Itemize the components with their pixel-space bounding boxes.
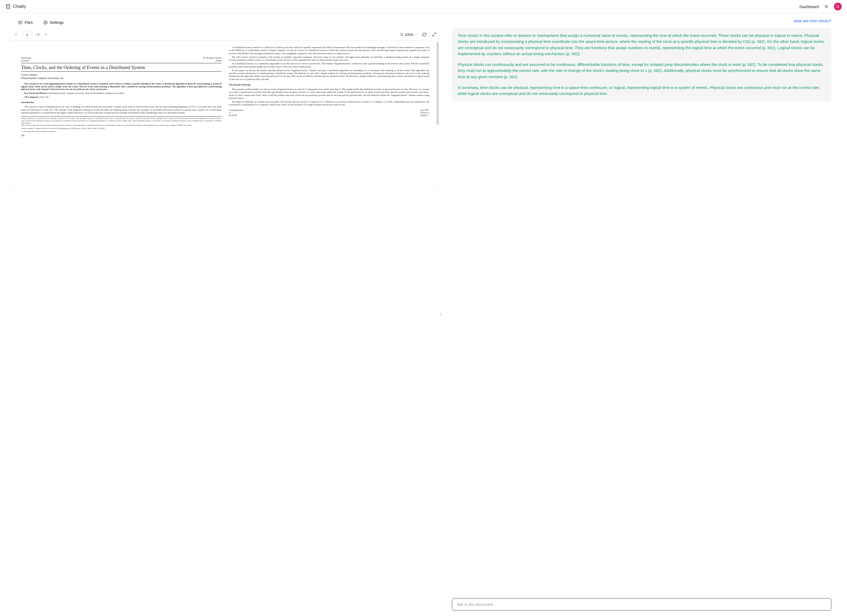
app-header: Chatty Dashboard G (0, 0, 847, 13)
body-paragraph: We begin by defining our system more pre… (229, 100, 429, 106)
assistant-paragraph: In summary, time clocks can be physical,… (458, 84, 826, 97)
chevron-up-icon (44, 32, 47, 36)
page-number: 558 (21, 134, 222, 137)
paper-cr-categories: CR Categories: 4.32, 5.29 (21, 96, 222, 99)
scrollbar-thumb[interactable] (437, 42, 439, 125)
footnote-address: Author's address: Computer Science Labor… (21, 127, 222, 130)
refresh-button[interactable] (421, 31, 427, 38)
avatar-initial: G (837, 4, 840, 9)
tab-bar: Files Settings (10, 13, 440, 29)
paper-abstract: The concept of one event happening befor… (21, 82, 222, 91)
right-pane: what are time clocks? Time clocks in thi… (441, 13, 837, 616)
assistant-message: Time clocks in this context refer to dev… (452, 28, 831, 101)
app-title: Chatty (13, 4, 26, 9)
pdf-page: Operating Systems R. Stockton Gaines Edi… (11, 41, 440, 142)
page-number-input[interactable] (22, 31, 32, 38)
tab-files[interactable]: Files (18, 19, 33, 26)
theme-toggle-button[interactable] (823, 3, 830, 10)
paper-affiliation: Massachusetts Computer Associates, Inc. (21, 77, 222, 80)
chat-container: what are time clocks? Time clocks in thi… (452, 19, 831, 101)
page-footer: Communications of the ACM July 1978 Volu… (229, 109, 429, 117)
doc-editor: R. Stockton Gaines Editor (204, 56, 222, 62)
svg-point-4 (400, 33, 403, 35)
zoom-control[interactable]: 100% (400, 32, 418, 37)
assistant-paragraph: Physical clocks run continuously and are… (458, 61, 826, 80)
next-page-button[interactable] (43, 32, 49, 37)
svg-point-3 (45, 22, 46, 23)
tab-settings-label: Settings (50, 20, 64, 25)
body-paragraph: A distributed system consists of a colle… (229, 46, 429, 55)
svg-rect-2 (19, 21, 22, 24)
sun-icon (824, 4, 829, 9)
pdf-left-column: Operating Systems R. Stockton Gaines Edi… (21, 46, 222, 137)
pdf-viewport[interactable]: Operating Systems R. Stockton Gaines Edi… (10, 40, 440, 192)
refresh-icon (422, 32, 426, 37)
header-left: Chatty (5, 4, 26, 9)
doc-section: Operating Systems (21, 56, 31, 62)
chevron-down-icon (415, 33, 418, 36)
assistant-paragraph: Time clocks in this context refer to dev… (458, 32, 826, 57)
body-paragraph: Most people would probably say that an e… (229, 88, 429, 100)
page-total-label: / 8 (35, 32, 39, 37)
pdf-toolbar: / 8 100% (10, 29, 440, 40)
footnote-permission: General permission to make fair use in t… (21, 116, 222, 124)
chevron-down-icon (14, 32, 18, 36)
chat-input[interactable] (452, 598, 831, 610)
chat-input-row (452, 590, 831, 610)
intro-paragraph: The concept of time is fundamental to ou… (21, 105, 222, 114)
zoom-label: 100% (405, 32, 413, 37)
fullscreen-button[interactable] (431, 31, 437, 38)
grip-icon (440, 312, 441, 317)
intro-heading: Introduction (21, 101, 222, 104)
svg-point-1 (826, 6, 827, 7)
app-logo-icon (5, 4, 11, 9)
toolbar-left: / 8 (13, 31, 49, 38)
left-pane: Files Settings / 8 (10, 13, 440, 616)
footnote-funding: This work was supported by the Advanced … (21, 124, 222, 127)
prev-page-button[interactable] (13, 32, 19, 37)
footer-journal: Communications of the ACM (229, 109, 243, 117)
paper-author: Leslie Lamport (21, 73, 222, 77)
tab-files-label: Files (25, 20, 33, 25)
footer-issue: July 1978 Volume 21 Number 7 (420, 109, 429, 117)
pdf-right-column: A distributed system consists of a colle… (229, 46, 429, 137)
section-heading: The Partial Ordering (229, 83, 429, 86)
body-paragraph: In a distributed system, it is sometimes… (229, 62, 429, 68)
paper-keywords: Key Words and Phrases: distributed syste… (21, 92, 222, 95)
body-paragraph: We will concern ourselves primarily with… (229, 56, 429, 62)
dashboard-link[interactable]: Dashboard (800, 4, 819, 9)
sidebar-icon (18, 21, 22, 25)
tab-settings[interactable]: Settings (43, 19, 64, 26)
expand-icon (432, 32, 436, 37)
footnote-copyright: © 1978 ACM 0001-0782/78/0700-0558 $00.75 (21, 130, 222, 133)
paper-title: Time, Clocks, and the Ordering of Events… (21, 65, 222, 72)
toolbar-right: 100% (400, 31, 437, 38)
user-message: what are time clocks? (452, 19, 831, 23)
user-avatar[interactable]: G (834, 3, 842, 10)
gear-icon (43, 21, 47, 25)
header-right: Dashboard G (800, 3, 842, 10)
search-icon (400, 32, 404, 36)
body-paragraph: In this paper, we discuss the partial or… (229, 69, 429, 81)
app-body: Files Settings / 8 (0, 13, 847, 616)
